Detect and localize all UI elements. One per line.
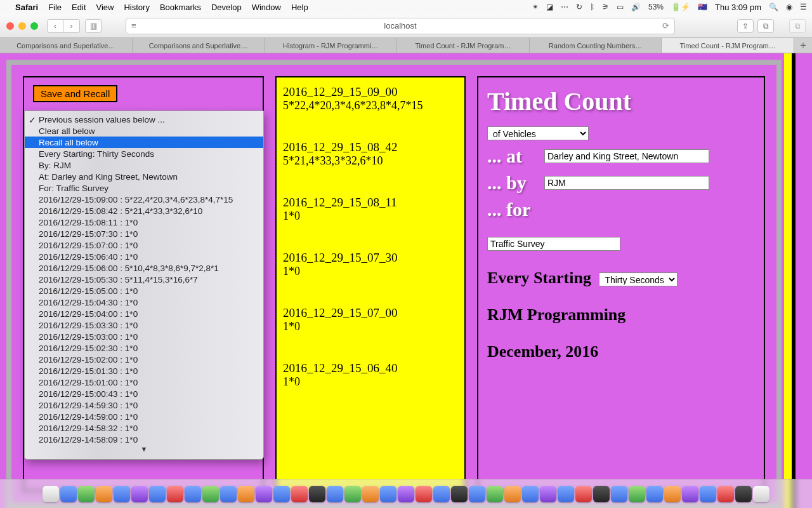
dock-app-icon[interactable]: [327, 486, 343, 502]
dropdown-item[interactable]: Previous session values below ...: [25, 114, 263, 125]
save-recall-button[interactable]: Save and Recall: [33, 85, 117, 102]
dock-app-icon[interactable]: [309, 486, 325, 502]
dropdown-item[interactable]: 2016/12/29-15:06:00 : 5*10,4*8,3*8,6*9,7…: [25, 262, 263, 274]
dock-app-icon[interactable]: [682, 486, 698, 502]
dock-app-icon[interactable]: [753, 486, 769, 502]
for-input[interactable]: [487, 237, 620, 251]
of-select[interactable]: of Vehicles: [487, 126, 589, 140]
notifications-icon[interactable]: ☰: [800, 3, 807, 11]
flag-icon[interactable]: 🇦🇺: [698, 3, 707, 11]
bluetooth-icon[interactable]: ᛒ: [590, 3, 594, 11]
dock-app-icon[interactable]: [149, 486, 166, 502]
dropdown-item[interactable]: 2016/12/29-15:04:00 : 1*0: [25, 308, 263, 319]
reload-icon[interactable]: ⟳: [662, 21, 669, 30]
dock-app-icon[interactable]: [717, 486, 734, 502]
menu-bookmarks[interactable]: Bookmarks: [160, 3, 201, 12]
share-button[interactable]: ⇪: [737, 19, 754, 33]
tabs-button[interactable]: ⧉: [757, 19, 774, 33]
dropdown-item[interactable]: 2016/12/29-14:59:30 : 1*0: [25, 399, 263, 411]
sidebar-button[interactable]: ▥: [85, 19, 102, 33]
timemachine-icon[interactable]: ↻: [576, 3, 582, 11]
dropdown-item[interactable]: 2016/12/29-15:07:30 : 1*0: [25, 228, 263, 239]
tabs-overview-button[interactable]: ⧉: [789, 19, 806, 33]
dropdown-item[interactable]: For: Traffic Survey: [25, 182, 263, 194]
dock-app-icon[interactable]: [522, 486, 539, 502]
minimize-window-button[interactable]: [18, 22, 26, 30]
dock-app-icon[interactable]: [540, 486, 556, 502]
spotlight-icon[interactable]: 🔍: [769, 3, 778, 11]
browser-tab[interactable]: Comparisons and Superlative…: [0, 38, 133, 53]
forward-button[interactable]: ›: [63, 19, 80, 33]
dock-app-icon[interactable]: [131, 486, 148, 502]
dropdown-item[interactable]: 2016/12/29-15:01:30 : 1*0: [25, 365, 263, 377]
dock-app-icon[interactable]: [256, 486, 272, 502]
back-button[interactable]: ‹: [47, 19, 63, 33]
battery-text[interactable]: 53%: [648, 3, 664, 11]
dock-app-icon[interactable]: [451, 486, 468, 502]
dock-app-icon[interactable]: [487, 486, 503, 502]
siri-icon[interactable]: ◉: [786, 3, 792, 11]
dropdown-more-icon[interactable]: ▼: [25, 445, 263, 453]
dock-app-icon[interactable]: [78, 486, 95, 502]
display-icon[interactable]: ▭: [617, 3, 624, 11]
dock-app-icon[interactable]: [469, 486, 485, 502]
dropdown-item[interactable]: 2016/12/29-15:03:30 : 1*0: [25, 319, 263, 331]
menu-edit[interactable]: Edit: [72, 3, 86, 12]
dock-app-icon[interactable]: [629, 486, 645, 502]
dock-app-icon[interactable]: [60, 486, 77, 502]
status-icon[interactable]: ⋯: [561, 3, 568, 11]
dropdown-item[interactable]: Every Starting: Thirty Seconds: [25, 148, 263, 159]
dropdown-item[interactable]: 2016/12/29-15:05:30 : 5*11,4*15,3*16,6*7: [25, 274, 263, 285]
by-input[interactable]: [544, 176, 709, 190]
dropdown-item[interactable]: At: Darley and King Street, Newtown: [25, 171, 263, 182]
dropdown-item[interactable]: By: RJM: [25, 159, 263, 171]
dropdown-item[interactable]: 2016/12/29-15:03:00 : 1*0: [25, 331, 263, 342]
dropdown-item[interactable]: Recall all below: [25, 137, 263, 148]
menu-help[interactable]: Help: [291, 3, 308, 12]
dock-app-icon[interactable]: [291, 486, 308, 502]
app-name[interactable]: Safari: [15, 3, 38, 12]
dropdown-item[interactable]: 2016/12/29-15:08:11 : 1*0: [25, 217, 263, 228]
dropdown-item[interactable]: 2016/12/29-15:05:00 : 1*0: [25, 285, 263, 297]
dropdown-item[interactable]: 2016/12/29-14:59:00 : 1*0: [25, 411, 263, 422]
dock-app-icon[interactable]: [380, 486, 396, 502]
dock-app-icon[interactable]: [43, 486, 59, 502]
dock-app-icon[interactable]: [575, 486, 592, 502]
menu-file[interactable]: File: [48, 3, 62, 12]
volume-icon[interactable]: 🔊: [631, 3, 641, 11]
dock-app-icon[interactable]: [273, 486, 290, 502]
dock-app-icon[interactable]: [433, 486, 450, 502]
dropdown-item[interactable]: 2016/12/29-15:09:00 : 5*22,4*20,3*4,6*23…: [25, 194, 263, 205]
dropdown-item[interactable]: 2016/12/29-15:07:00 : 1*0: [25, 239, 263, 251]
dock-app-icon[interactable]: [114, 486, 130, 502]
menu-develop[interactable]: Develop: [211, 3, 242, 12]
dock-app-icon[interactable]: [664, 486, 681, 502]
dropdown-item[interactable]: 2016/12/29-15:00:43 : 1*0: [25, 388, 263, 399]
battery-icon[interactable]: 🔋⚡: [671, 3, 690, 11]
dock-app-icon[interactable]: [202, 486, 219, 502]
dropdown-item[interactable]: 2016/12/29-14:58:32 : 1*0: [25, 422, 263, 434]
clock[interactable]: Thu 3:09 pm: [715, 3, 761, 12]
dock-app-icon[interactable]: [735, 486, 752, 502]
dropdown-item[interactable]: 2016/12/29-15:04:30 : 1*0: [25, 297, 263, 308]
every-select[interactable]: Thirty Seconds: [599, 272, 678, 286]
dropdown-item[interactable]: Clear all below: [25, 125, 263, 137]
status-icon[interactable]: ✴: [532, 3, 539, 11]
address-bar[interactable]: ≡ localhost ⟳: [126, 18, 675, 34]
status-icon[interactable]: ◪: [546, 3, 553, 11]
dropdown-item[interactable]: 2016/12/29-15:02:00 : 1*0: [25, 354, 263, 365]
dropdown-item[interactable]: 2016/12/29-14:58:09 : 1*0: [25, 434, 263, 445]
dropdown-item[interactable]: 2016/12/29-15:02:30 : 1*0: [25, 342, 263, 354]
new-tab-button[interactable]: ＋: [794, 38, 812, 53]
zoom-window-button[interactable]: [30, 22, 38, 30]
dock-app-icon[interactable]: [504, 486, 521, 502]
dock-app-icon[interactable]: [611, 486, 627, 502]
dock-app-icon[interactable]: [344, 486, 361, 502]
dock-app-icon[interactable]: [96, 486, 112, 502]
dropdown-item[interactable]: 2016/12/29-15:08:42 : 5*21,4*33,3*32,6*1…: [25, 205, 263, 217]
dock-app-icon[interactable]: [238, 486, 254, 502]
browser-tab-active[interactable]: Timed Count - RJM Program…: [662, 38, 794, 53]
at-input[interactable]: [544, 149, 709, 163]
dock-app-icon[interactable]: [167, 486, 183, 502]
dock-app-icon[interactable]: [362, 486, 379, 502]
